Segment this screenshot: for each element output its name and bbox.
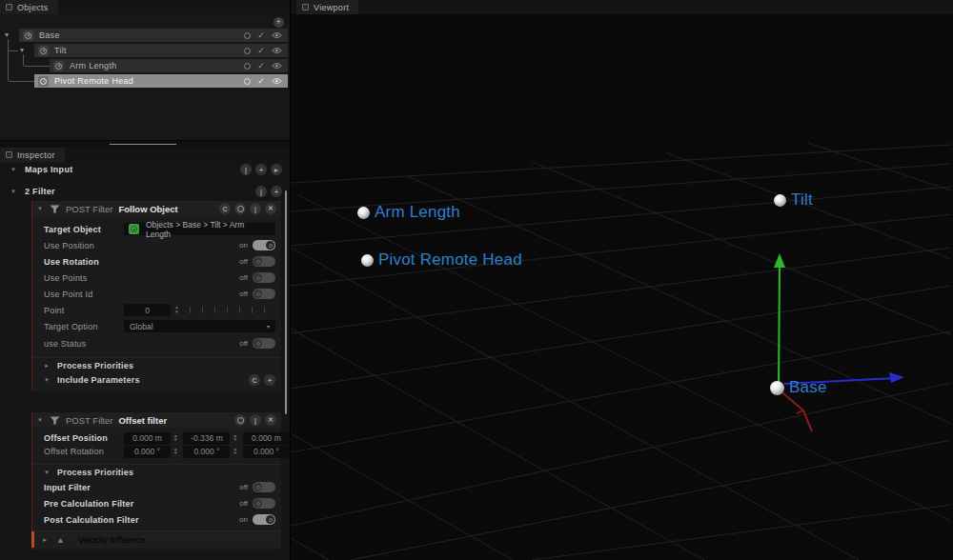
rotation-b-field[interactable]: 0.000 ° — [243, 446, 290, 458]
offset-filter-header[interactable]: ▾ POST Filter Offset filter | ✕ — [32, 412, 281, 428]
tree-row-tilt[interactable]: Tilt ✓ — [34, 44, 288, 57]
chevron-down-icon[interactable]: ▾ — [36, 205, 44, 212]
info-icon[interactable]: | — [250, 203, 261, 214]
marker-arm-length[interactable]: Arm Length — [357, 203, 460, 222]
stepper[interactable]: ▲▼ — [233, 448, 236, 456]
enable-check-icon[interactable]: ✓ — [257, 76, 265, 86]
add-object-button[interactable]: + — [274, 17, 284, 28]
close-icon[interactable]: ✕ — [265, 203, 276, 214]
tab-objects[interactable]: Objects — [0, 0, 58, 14]
stepper[interactable]: ▲▼ — [173, 434, 177, 443]
scene-3d[interactable]: Arm Length Pivot Remote Head Tilt Base — [291, 14, 953, 560]
pre-calculation-filter-toggle[interactable] — [253, 498, 275, 509]
expander-tilt[interactable]: ▾ — [20, 47, 24, 54]
null-sphere[interactable] — [770, 381, 784, 395]
marker-base[interactable]: Base — [770, 378, 827, 397]
input-filter-toggle[interactable] — [253, 482, 275, 492]
object-tree: ▾ ▾ Base ✓ Tilt — [0, 29, 290, 95]
velocity-icon: ▲ — [56, 535, 65, 545]
add-icon[interactable]: + — [255, 164, 267, 175]
clock-icon[interactable]: C — [249, 374, 260, 386]
stepper[interactable]: ▲▼ — [233, 434, 236, 443]
expander-base[interactable]: ▾ — [5, 31, 9, 39]
velocity-influence-section[interactable]: ▸ ▲ Velocity Influence — [32, 530, 281, 548]
maps-input-header[interactable]: ▾ Maps Input | + ► — [0, 163, 290, 176]
offset-x-field[interactable]: 0.000 m — [124, 432, 171, 445]
chevron-down-icon[interactable]: ▾ — [10, 166, 17, 173]
chevron-down-icon[interactable]: ▾ — [10, 188, 17, 195]
state-ring-icon[interactable] — [244, 78, 251, 85]
marker-tilt[interactable]: Tilt — [774, 190, 813, 210]
eye-icon[interactable] — [272, 47, 282, 54]
rotation-h-field[interactable]: 0.000 ° — [124, 446, 171, 458]
point-tick-slider[interactable] — [186, 304, 275, 316]
point-stepper[interactable]: ▲▼ — [173, 306, 180, 314]
use-status-toggle[interactable] — [253, 338, 275, 349]
info-icon[interactable]: | — [255, 186, 267, 197]
chevron-down-icon[interactable]: ▾ — [36, 416, 44, 424]
tree-row-pivot-remote-head[interactable]: Pivot Remote Head ✓ — [34, 74, 288, 88]
null-sphere[interactable] — [774, 194, 786, 207]
filter-funnel-icon — [50, 416, 60, 425]
target-object-field[interactable]: Objects > Base > Tilt > Arm Length — [124, 223, 275, 235]
clock-icon[interactable]: C — [219, 203, 231, 214]
inspector-panel: Inspector ▾ Maps Input | + ► ▾ 2 Filter — [0, 148, 290, 560]
info-icon[interactable]: | — [240, 164, 252, 175]
add-icon[interactable]: + — [264, 374, 275, 386]
post-calculation-filter-toggle[interactable] — [253, 514, 275, 525]
offset-z-field[interactable]: 0.000 m — [243, 432, 290, 445]
use-point-id-toggle[interactable] — [253, 289, 275, 299]
offset-rotation-row: Offset Rotation 0.000 ° ▲▼ 0.000 ° ▲▼ 0.… — [32, 445, 281, 458]
marker-pivot-remote-head[interactable]: Pivot Remote Head — [361, 250, 522, 270]
tab-viewport[interactable]: Viewport — [296, 0, 358, 14]
record-icon[interactable] — [234, 203, 246, 214]
use-points-toggle[interactable] — [253, 272, 275, 283]
pointer-icon[interactable]: ► — [271, 164, 282, 175]
process-priorities-section[interactable]: ▾ Process Priorities — [32, 464, 281, 479]
axis-y-arrow[interactable] — [774, 253, 785, 385]
close-icon[interactable]: ✕ — [265, 414, 276, 426]
toggle-state-label: off — [239, 339, 248, 348]
offset-y-field[interactable]: -0.336 m — [183, 432, 230, 445]
null-sphere[interactable] — [357, 207, 370, 219]
record-icon[interactable] — [234, 414, 246, 426]
chevron-right-icon[interactable]: ▸ — [41, 536, 49, 544]
info-icon[interactable]: | — [250, 414, 261, 426]
tabbar-filler — [58, 0, 290, 14]
state-ring-icon[interactable] — [244, 48, 251, 54]
tree-row-arm-length[interactable]: Arm Length ✓ — [50, 59, 288, 72]
eye-icon[interactable] — [272, 77, 282, 85]
use-rotation-toggle[interactable] — [253, 256, 275, 267]
filter-count-header[interactable]: ▾ 2 Filter | + — [0, 185, 290, 198]
tree-row-base[interactable]: Base ✓ — [19, 29, 288, 42]
add-filter-icon[interactable]: + — [271, 186, 282, 197]
chevron-down-icon[interactable]: ▾ — [43, 376, 51, 384]
enable-check-icon[interactable]: ✓ — [257, 46, 265, 55]
enable-check-icon[interactable]: ✓ — [257, 30, 265, 40]
use-position-toggle[interactable] — [253, 240, 275, 250]
chevron-down-icon[interactable]: ▾ — [43, 469, 51, 476]
point-value-field[interactable]: 0 — [124, 304, 171, 316]
point-row: Point 0 ▲▼ — [32, 302, 281, 318]
stepper[interactable]: ▲▼ — [173, 448, 177, 456]
chevron-right-icon[interactable]: ▸ — [43, 362, 51, 370]
null-object-icon — [53, 61, 64, 71]
null-sphere[interactable] — [361, 254, 374, 267]
offset-position-row: Offset Position 0.000 m ▲▼ -0.336 m ▲▼ 0… — [32, 431, 281, 445]
objects-tabbar: Objects — [0, 0, 290, 14]
rotation-p-field[interactable]: 0.000 ° — [183, 446, 230, 458]
eye-icon[interactable] — [272, 31, 282, 39]
inspector-scrollbar[interactable] — [285, 190, 287, 414]
param-label: Input Filter — [44, 483, 168, 492]
panel-splitter[interactable] — [0, 141, 290, 148]
enable-check-icon[interactable]: ✓ — [257, 61, 265, 70]
follow-filter-header[interactable]: ▾ POST Filter Follow Object C | ✕ — [32, 201, 281, 216]
process-priorities-section[interactable]: ▸ Process Priorities — [32, 357, 281, 372]
splitter-handle[interactable] — [110, 144, 176, 145]
include-parameters-section[interactable]: ▾ Include Parameters C + — [32, 372, 281, 388]
tab-inspector[interactable]: Inspector — [0, 148, 65, 162]
state-ring-icon[interactable] — [244, 32, 251, 39]
state-ring-icon[interactable] — [244, 63, 251, 70]
eye-icon[interactable] — [272, 62, 282, 70]
target-option-select[interactable]: Global ▾ — [124, 320, 275, 332]
